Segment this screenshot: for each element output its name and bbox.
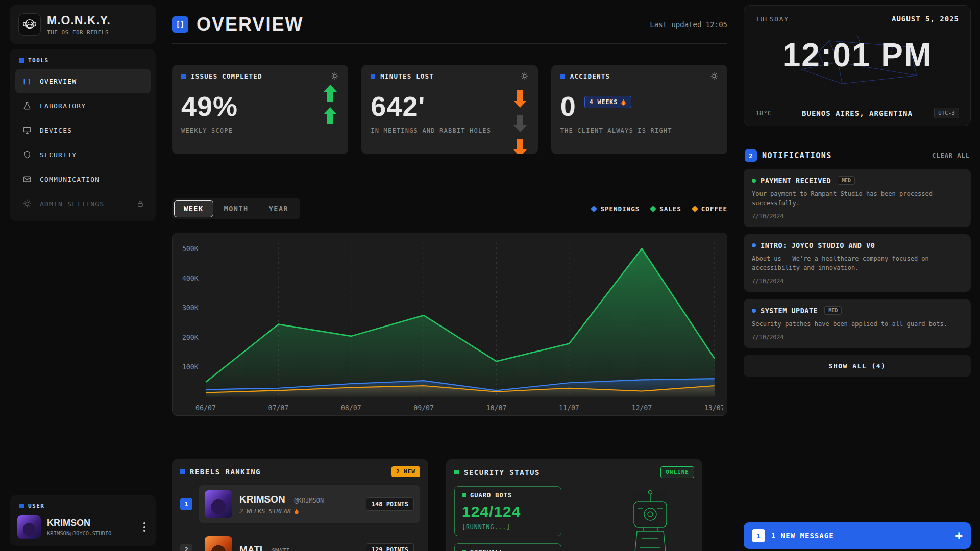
section-bullet-icon	[19, 504, 24, 508]
stat-bullet-icon	[560, 74, 565, 79]
sidebar-item-laboratory[interactable]: LABORATORY	[15, 93, 151, 118]
right-panel: TUESDAY AUGUST 5, 2025 12:01 PM 18°C BUE…	[744, 5, 971, 551]
notification-system-update[interactable]: SYSTEM UPDATE MED Security patches have …	[744, 299, 971, 348]
svg-text:100K: 100K	[182, 363, 199, 371]
status-dot	[752, 309, 756, 313]
gear-icon[interactable]	[331, 72, 339, 80]
tools-label: TOOLS	[28, 57, 49, 64]
brackets-icon: []	[21, 78, 33, 85]
priority-badge: MED	[838, 176, 855, 185]
notifications-title: NOTIFICATIONS	[762, 151, 832, 160]
ranking-row-1[interactable]: 1 KRIMSON @KRIMSON 2 WEEKS STREAK	[180, 485, 420, 523]
rank-streak: 2 WEEKS STREAK	[239, 508, 324, 515]
sidebar-item-admin-settings[interactable]: ADMIN SETTINGS	[15, 191, 151, 216]
app-title: M.O.N.K.Y.	[47, 14, 111, 28]
stat-title: MINUTES LOST	[380, 72, 434, 80]
points-badge: 148 POINTS	[366, 497, 414, 511]
last-updated-text: Last updated 12:05	[650, 20, 727, 29]
user-email: KRIMSON@JOYCO.STUDIO	[47, 530, 111, 536]
guard-bots-box: GUARD BOTS 124/124 [RUNNING...]	[454, 486, 561, 536]
sidebar-item-label: OVERVIEW	[40, 78, 77, 85]
mail-icon	[21, 174, 33, 184]
tab-year[interactable]: YEAR	[259, 200, 299, 217]
flame-icon	[294, 508, 299, 514]
ranking-row-2[interactable]: 2 MATI @MATI 129 POINTS	[180, 531, 420, 551]
guard-bots-bullet-icon	[462, 493, 466, 497]
location: BUENOS AIRES, ARGENTINA	[795, 109, 919, 117]
chart-svg: 06/0707/0708/0709/0710/0711/0712/0713/07…	[177, 236, 723, 414]
trend-up-arrows-icon	[324, 84, 337, 125]
notification-intro[interactable]: INTRO: JOYCO STUDIO AND V0 About us - We…	[744, 234, 971, 292]
admin-icon	[21, 199, 33, 208]
rank-avatar	[205, 536, 232, 551]
points-badge: 129 POINTS	[366, 543, 414, 551]
flask-icon	[21, 101, 33, 110]
security-status-card: SECURITY STATUS ONLINE GUARD BOTS 124/12…	[446, 459, 702, 551]
temperature: 18°C	[755, 109, 795, 117]
stat-value: 642'	[371, 90, 425, 122]
stat-bullet-icon	[181, 74, 186, 79]
new-message-bar[interactable]: 1 1 NEW MESSAGE +	[744, 522, 971, 549]
notification-body: About us - We're a healthcare company fo…	[752, 254, 963, 272]
brand-text: M.O.N.K.Y. THE OS FOR REBELS	[47, 14, 111, 36]
sidebar-item-security[interactable]: SECURITY	[15, 142, 151, 167]
tools-panel: TOOLS [] OVERVIEW LABORATORY	[10, 49, 156, 221]
clear-all-button[interactable]: CLEAR ALL	[932, 152, 970, 159]
gear-icon[interactable]	[710, 72, 718, 80]
guard-bot-illustration	[620, 488, 681, 551]
svg-text:13/07: 13/07	[704, 403, 723, 411]
firewall-box: FIREWALL	[454, 543, 561, 551]
show-all-button[interactable]: SHOW ALL (4)	[744, 355, 971, 377]
clock-day: TUESDAY	[755, 15, 789, 23]
monkey-logo-icon	[18, 13, 41, 36]
sidebar-item-label: DEVICES	[40, 127, 72, 134]
diamond-icon	[650, 206, 656, 212]
guard-bots-value: 124/124	[462, 503, 554, 520]
notifications-count-badge: 2	[745, 149, 757, 162]
brand: M.O.N.K.Y. THE OS FOR REBELS	[10, 5, 156, 44]
plus-icon[interactable]: +	[955, 530, 963, 542]
stat-sublabel: IN MEETINGS AND RABBIT HOLES	[371, 127, 528, 134]
sidebar-item-devices[interactable]: DEVICES	[15, 118, 151, 142]
stat-bullet-icon	[371, 74, 375, 79]
svg-text:300K: 300K	[182, 304, 199, 312]
notification-body: Security patches have been applied to al…	[752, 319, 963, 329]
diamond-icon	[692, 206, 698, 212]
sidebar-item-communication[interactable]: COMMUNICATION	[15, 167, 151, 191]
sidebar-item-overview[interactable]: [] OVERVIEW	[15, 69, 151, 93]
sidebar-item-label: SECURITY	[40, 151, 77, 159]
stat-sublabel: WEEKLY SCOPE	[181, 127, 339, 134]
rank-number: 2	[180, 544, 192, 551]
stat-card-minutes: MINUTES LOST 642' IN MEETINGS AND RABBIT…	[361, 65, 537, 154]
firewall-label: FIREWALL	[470, 549, 504, 551]
notification-payment[interactable]: PAYMENT RECEIVED MED Your payment to Ram…	[744, 169, 971, 227]
stat-sublabel: THE CLIENT ALWAYS IS RIGHT	[560, 127, 718, 134]
stat-title: ACCIDENTS	[570, 72, 610, 80]
svg-text:10/07: 10/07	[486, 403, 507, 411]
user-row: KRIMSON KRIMSON@JOYCO.STUDIO	[15, 514, 151, 540]
online-badge: ONLINE	[660, 466, 694, 478]
stat-value: 0	[560, 90, 576, 122]
tab-month[interactable]: MONTH	[214, 200, 258, 217]
user-menu-button[interactable]	[140, 519, 149, 535]
streak-badge: 4 WEEKS	[584, 96, 631, 108]
guard-bots-status: [RUNNING...]	[462, 523, 554, 531]
sidebar-item-label: ADMIN SETTINGS	[40, 200, 104, 208]
user-section-label: USER	[15, 499, 151, 514]
gear-icon[interactable]	[521, 72, 529, 80]
tab-week[interactable]: WEEK	[174, 200, 213, 217]
clock-date: AUGUST 5, 2025	[892, 15, 959, 23]
rebels-ranking-card: REBELS RANKING 2 NEW 1 KRIMSON @KRIMSON	[172, 459, 428, 551]
security-title: SECURITY STATUS	[464, 468, 540, 477]
main-content: [] OVERVIEW Last updated 12:05 ISSUES CO…	[172, 5, 727, 551]
chart-range-tabs: WEEK MONTH YEAR	[172, 198, 300, 219]
message-count-badge: 1	[752, 529, 765, 542]
notification-date: 7/10/2024	[752, 213, 963, 220]
stat-title: ISSUES COMPLETED	[191, 72, 262, 80]
stats-row: ISSUES COMPLETED 49% WEEKLY SCOPE	[172, 65, 727, 154]
stat-card-accidents: ACCIDENTS 0 4 WEEKS	[551, 65, 727, 154]
sidebar-item-label: COMMUNICATION	[40, 176, 100, 183]
user-name: KRIMSON	[47, 518, 111, 529]
rank-avatar	[205, 490, 232, 518]
page-title: OVERVIEW	[197, 14, 303, 35]
